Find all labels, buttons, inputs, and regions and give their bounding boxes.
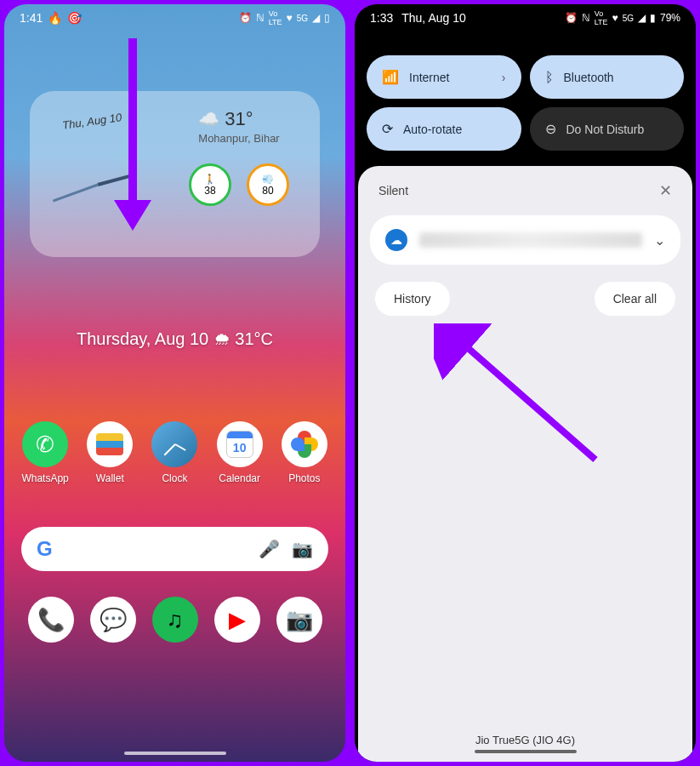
status-icons: ⏰ ℕ VoLTE ♥ 5G ◢ ▯ — [239, 9, 330, 26]
status-date: Thu, Aug 10 — [401, 11, 466, 25]
chevron-right-icon: › — [502, 71, 506, 84]
history-button[interactable]: History — [375, 282, 450, 316]
alarm-icon: ⏰ — [565, 12, 578, 24]
aqi-stat[interactable]: 💨 80 — [247, 163, 289, 206]
volte-icon: VoLTE — [269, 9, 282, 26]
dock-youtube[interactable]: ▶ — [214, 597, 260, 643]
notification-badge-icon: 🎯 — [67, 11, 82, 25]
app-clock[interactable]: Clock — [144, 421, 205, 484]
status-icons: ⏰ ℕ VoLTE ♥ 5G ◢ ▮ 79% — [565, 9, 680, 26]
whatsapp-icon: ✆ — [36, 432, 54, 458]
status-time: 1:33 — [370, 11, 393, 25]
nfc-icon: ℕ — [256, 12, 265, 24]
location-label: Mohanpur, Bihar — [198, 132, 279, 145]
notification-text-blurred — [419, 232, 642, 248]
notification-shade[interactable]: 1:33 Thu, Aug 10 ⏰ ℕ VoLTE ♥ 5G ◢ ▮ 79% … — [355, 4, 696, 762]
nfc-icon: ℕ — [582, 12, 590, 24]
battery-icon: ▯ — [324, 12, 330, 24]
battery-percent: 79% — [660, 12, 680, 24]
wifi-icon: ♥ — [287, 12, 293, 24]
gesture-bar[interactable] — [124, 752, 226, 755]
cloud-icon: ☁️ — [198, 109, 219, 129]
network-5g-icon: 5G — [623, 14, 634, 23]
silent-section-label: Silent — [378, 184, 408, 197]
steps-stat[interactable]: 🚶 38 — [189, 163, 231, 206]
temperature: 31° — [225, 108, 253, 130]
google-logo-icon: G — [37, 537, 53, 561]
status-bar: 1:33 Thu, Aug 10 ⏰ ℕ VoLTE ♥ 5G ◢ ▮ 79% — [355, 4, 696, 31]
dnd-icon: ⊖ — [545, 121, 556, 137]
clock-icon — [151, 421, 197, 467]
wifi-icon: 📶 — [382, 69, 399, 85]
qs-internet[interactable]: 📶 Internet › — [367, 55, 521, 99]
signal-icon: ◢ — [638, 12, 646, 24]
rotate-icon: ⟳ — [382, 121, 393, 137]
app-whatsapp[interactable]: ✆ WhatsApp — [14, 421, 76, 484]
home-screen-phone: 1:41 🔥 🎯 ⏰ ℕ VoLTE ♥ 5G ◢ ▯ Thu, Aug 10 — [3, 3, 347, 763]
calendar-icon: 10 — [226, 431, 253, 458]
wifi-icon: ♥ — [612, 12, 618, 24]
qs-bluetooth[interactable]: ᛒ Bluetooth — [530, 55, 685, 99]
walk-icon: 🚶 — [204, 174, 216, 185]
status-time: 1:41 — [20, 11, 43, 25]
dock-spotify[interactable]: ♫ — [152, 597, 198, 643]
cloud-app-icon: ☁ — [385, 229, 407, 251]
notification-panel: Silent ✕ ☁ ⌄ History Clear all Jio True5… — [358, 166, 692, 762]
google-search-bar[interactable]: G 🎤 📷 — [21, 527, 328, 571]
carrier-label: Jio True5G (JIO 4G) — [358, 727, 692, 750]
app-calendar[interactable]: 10 Calendar — [209, 421, 270, 484]
bluetooth-icon: ᛒ — [545, 70, 554, 85]
dock-messages[interactable]: 💬 — [90, 597, 136, 643]
wallet-icon — [96, 433, 123, 455]
app-photos[interactable]: Photos — [274, 421, 335, 484]
clock-weather-widget[interactable]: Thu, Aug 10 ☁️ 31° Mohanpur, Bihar 🚶 — [30, 91, 320, 257]
camera-icon: 📷 — [286, 607, 313, 633]
notification-item[interactable]: ☁ ⌄ — [370, 215, 680, 265]
battery-icon: ▮ — [650, 12, 656, 24]
app-row: ✆ WhatsApp Wallet Clock 10 — [4, 421, 345, 484]
dock-phone[interactable]: 📞 — [28, 597, 74, 643]
quick-settings: 📶 Internet › ᛒ Bluetooth ⟳ Auto-rotate ⊖… — [355, 31, 696, 166]
date-weather-line[interactable]: Thursday, Aug 10 🌧 31°C — [4, 329, 345, 349]
clear-all-button[interactable]: Clear all — [595, 282, 675, 316]
close-icon[interactable]: ✕ — [659, 181, 672, 200]
app-wallet[interactable]: Wallet — [79, 421, 140, 484]
messages-icon: 💬 — [100, 607, 127, 633]
notification-badge-icon: 🔥 — [48, 11, 62, 25]
dock: 📞 💬 ♫ ▶ 📷 — [4, 597, 345, 643]
aqi-icon: 💨 — [262, 174, 274, 185]
phone-icon: 📞 — [37, 607, 65, 633]
widget-date: Thu, Aug 10 — [61, 111, 122, 132]
status-bar: 1:41 🔥 🎯 ⏰ ℕ VoLTE ♥ 5G ◢ ▯ — [4, 4, 345, 31]
youtube-icon: ▶ — [229, 607, 246, 633]
photos-icon — [291, 431, 318, 458]
gesture-bar[interactable] — [475, 750, 577, 753]
network-5g-icon: 5G — [297, 14, 308, 23]
qs-autorotate[interactable]: ⟳ Auto-rotate — [367, 107, 521, 151]
dock-camera[interactable]: 📷 — [276, 597, 322, 643]
alarm-icon: ⏰ — [239, 12, 252, 24]
mic-icon[interactable]: 🎤 — [259, 539, 280, 559]
chevron-down-icon[interactable]: ⌄ — [654, 232, 665, 249]
notification-shade-phone: 1:33 Thu, Aug 10 ⏰ ℕ VoLTE ♥ 5G ◢ ▮ 79% … — [353, 3, 697, 763]
lens-icon[interactable]: 📷 — [292, 539, 313, 559]
volte-icon: VoLTE — [595, 9, 608, 26]
home-screen[interactable]: 1:41 🔥 🎯 ⏰ ℕ VoLTE ♥ 5G ◢ ▯ Thu, Aug 10 — [4, 4, 345, 762]
qs-dnd[interactable]: ⊖ Do Not Disturb — [530, 107, 685, 151]
annotation-arrow-down — [128, 38, 151, 231]
spotify-icon: ♫ — [167, 607, 184, 633]
signal-icon: ◢ — [312, 12, 320, 24]
